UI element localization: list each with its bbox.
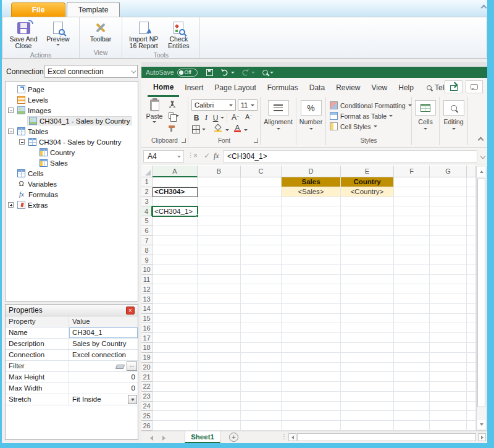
- grid-cell[interactable]: [394, 245, 430, 255]
- excel-tab-insert[interactable]: Insert: [179, 79, 209, 97]
- tree-item-ch304-1-sales-by-country[interactable]: CH304_1 - Sales by Country: [6, 116, 138, 126]
- grid-cell[interactable]: [241, 226, 282, 236]
- format-as-table-button[interactable]: Format as Table: [326, 111, 411, 121]
- grid-cell[interactable]: [241, 216, 282, 226]
- grid-cell[interactable]: [394, 255, 430, 265]
- close-icon[interactable]: ×: [126, 306, 135, 315]
- grid-cell[interactable]: [341, 236, 394, 246]
- touch-mode-dropdown-icon[interactable]: [270, 72, 274, 74]
- grid-cell[interactable]: [394, 421, 430, 431]
- grid-cell[interactable]: [341, 372, 394, 382]
- collapse-icon[interactable]: [8, 108, 14, 113]
- tree-item-country[interactable]: Country: [6, 147, 138, 158]
- grid-cell[interactable]: [198, 392, 241, 402]
- grid-cell[interactable]: [198, 363, 241, 373]
- grid-cell[interactable]: [198, 177, 241, 187]
- grid-cell[interactable]: [341, 382, 394, 392]
- grid-cell[interactable]: [430, 236, 467, 246]
- grid-cell[interactable]: [282, 304, 341, 314]
- borders-button[interactable]: [192, 125, 206, 133]
- grid-cell[interactable]: [341, 402, 394, 412]
- grid-cell[interactable]: [153, 216, 198, 226]
- font-dialog-launcher-icon[interactable]: [254, 138, 258, 143]
- scroll-up-icon[interactable]: [477, 167, 485, 177]
- grid-cell[interactable]: [394, 187, 430, 197]
- grid-cell[interactable]: [430, 265, 467, 275]
- grid-cell[interactable]: [198, 382, 241, 392]
- editing-group[interactable]: Editing: [440, 97, 468, 145]
- row-header-8[interactable]: 8: [141, 245, 153, 255]
- editing-dropdown-icon[interactable]: [452, 128, 456, 130]
- property-value[interactable]: Excel connection: [69, 350, 138, 361]
- next-sheet-icon[interactable]: [162, 436, 165, 441]
- customize-quick-access-icon[interactable]: [281, 67, 287, 78]
- property-value[interactable]: CH304_1: [69, 328, 138, 339]
- grid-cell[interactable]: [430, 187, 467, 197]
- autosave-toggle[interactable]: Off: [177, 69, 198, 77]
- grid-cell[interactable]: [341, 226, 394, 236]
- alignment-group[interactable]: Alignment: [261, 97, 296, 145]
- excel-tab-view[interactable]: View: [366, 79, 393, 97]
- grid-cell[interactable]: [241, 236, 282, 246]
- grid-cell[interactable]: [282, 421, 341, 431]
- property-value[interactable]: 0: [69, 383, 138, 394]
- row-header-19[interactable]: 19: [141, 353, 153, 363]
- grid-cell[interactable]: [430, 323, 467, 333]
- grid-cell[interactable]: [341, 304, 394, 314]
- cells-group[interactable]: Cells: [412, 97, 440, 145]
- tree-item-sales[interactable]: Sales: [6, 158, 138, 168]
- grid-cell[interactable]: [394, 304, 430, 314]
- excel-tab-page-layout[interactable]: Page Layout: [209, 79, 261, 97]
- grid-cell[interactable]: [153, 255, 198, 265]
- grid-cell[interactable]: [241, 382, 282, 392]
- grid-cell[interactable]: [241, 411, 282, 421]
- expand-icon[interactable]: [8, 202, 14, 208]
- grid-cell[interactable]: [241, 245, 282, 255]
- row-header-12[interactable]: 12: [141, 284, 153, 294]
- previous-sheet-icon[interactable]: [150, 436, 153, 441]
- grid-cell[interactable]: [430, 304, 467, 314]
- grid-cell[interactable]: [341, 284, 394, 294]
- row-header-15[interactable]: 15: [141, 314, 153, 324]
- cells-button[interactable]: [415, 100, 436, 116]
- cells-dropdown-icon[interactable]: [424, 128, 427, 130]
- tree-item-extras[interactable]: Extras: [6, 200, 138, 210]
- grid-cell[interactable]: [341, 197, 394, 207]
- save-and-close-button[interactable]: Save And Close: [7, 19, 40, 50]
- property-value[interactable]: Fit Inside: [69, 394, 138, 405]
- row-header-22[interactable]: 22: [141, 382, 153, 392]
- grid-cell[interactable]: [341, 255, 394, 265]
- excel-tab-home[interactable]: Home: [148, 79, 179, 97]
- excel-tab-review[interactable]: Review: [330, 79, 366, 97]
- column-header-A[interactable]: A: [153, 166, 198, 177]
- clipboard-dialog-launcher-icon[interactable]: [182, 138, 186, 143]
- grid-cell[interactable]: [341, 275, 394, 285]
- grid-cell[interactable]: [341, 265, 394, 275]
- grid-cell[interactable]: [430, 411, 467, 421]
- grid-cell[interactable]: [394, 236, 430, 246]
- row-header-11[interactable]: 11: [141, 275, 153, 285]
- collapse-excel-ribbon-icon[interactable]: [478, 137, 484, 143]
- grid-cell[interactable]: [282, 402, 341, 412]
- grid-cell[interactable]: [341, 421, 394, 431]
- connection-select[interactable]: Excel connection: [44, 65, 138, 78]
- grid-cell[interactable]: [394, 216, 430, 226]
- grid-cell[interactable]: [153, 411, 198, 421]
- touch-mode-icon[interactable]: [262, 70, 268, 75]
- row-header-6[interactable]: 6: [141, 226, 153, 236]
- row-header-14[interactable]: 14: [141, 304, 153, 314]
- grid-cell[interactable]: [153, 304, 198, 314]
- grid-cell[interactable]: [153, 236, 198, 246]
- grid-cell[interactable]: [341, 245, 394, 255]
- grid-cell[interactable]: [241, 265, 282, 275]
- tree-item-ch304-sales-by-country[interactable]: CH304 - Sales by Country: [6, 137, 138, 147]
- grid-cell[interactable]: [341, 294, 394, 304]
- name-box[interactable]: A4: [143, 150, 184, 163]
- grid-cell[interactable]: [394, 353, 430, 363]
- row-header-3[interactable]: 3: [141, 197, 153, 207]
- grid-cell[interactable]: [341, 392, 394, 402]
- grid-cell[interactable]: [241, 402, 282, 412]
- excel-tab-formulas[interactable]: Formulas: [262, 79, 304, 97]
- grid-cell[interactable]: [153, 265, 198, 275]
- grid-cell[interactable]: [430, 343, 467, 353]
